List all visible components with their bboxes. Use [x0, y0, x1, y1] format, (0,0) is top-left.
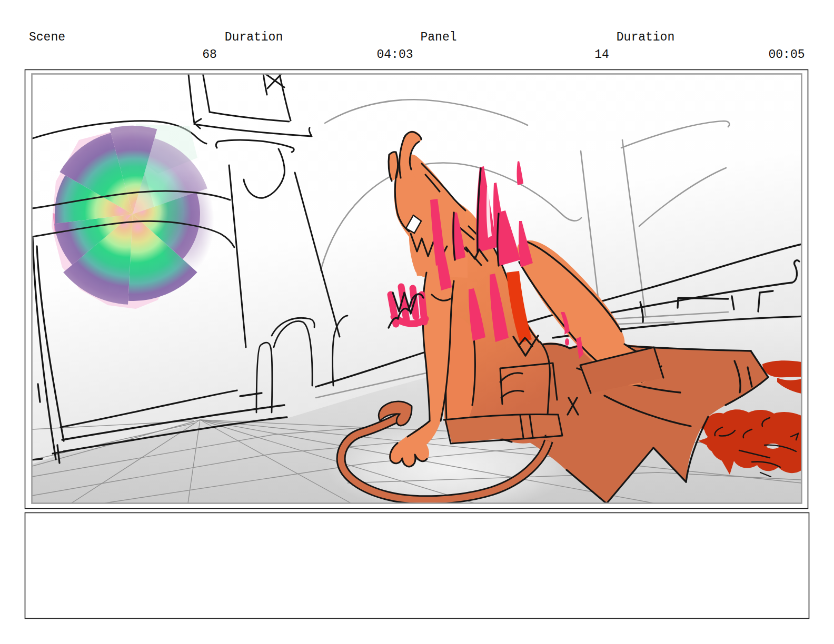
svg-text:68: 68 [202, 48, 217, 62]
svg-text:Panel: Panel [420, 31, 456, 44]
svg-text:04:03: 04:03 [376, 48, 413, 62]
svg-text:Duration: Duration [617, 31, 674, 44]
svg-text:Duration: Duration [225, 31, 283, 44]
svg-text:00:05: 00:05 [768, 48, 805, 62]
svg-text:14: 14 [594, 48, 609, 62]
svg-text:Scene: Scene [29, 31, 65, 44]
